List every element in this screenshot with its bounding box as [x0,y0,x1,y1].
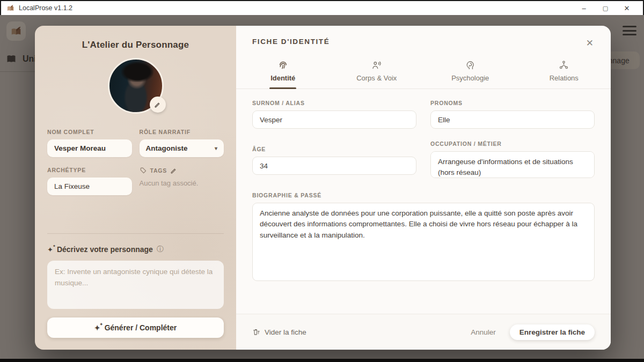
biography-label: BIOGRAPHIE & PASSÉ [252,192,595,198]
tab-psychologie[interactable]: Psychologie [423,56,517,88]
tag-icon [140,167,147,174]
workshop-divider [47,233,224,234]
tab-label: Relations [550,74,579,82]
sheet-title: FICHE D'IDENTITÉ [252,38,330,46]
generate-button[interactable]: ✦✦ Générer / Compléter [47,317,224,338]
full-name-field-group: NOM COMPLET [47,129,132,157]
alias-field-group: SURNOM / ALIAS [252,100,416,129]
archetype-input[interactable] [47,178,132,195]
age-field-group: ÂGE [252,146,416,175]
full-name-label: NOM COMPLET [47,129,132,135]
pronouns-field-group: PRONOMS [430,100,595,129]
clear-sheet-label: Vider la fiche [265,328,306,336]
occupation-label: OCCUPATION / MÉTIER [430,141,595,147]
workshop-panel: L'Atelier du Personnage NOM COMPLET RÔLE… [35,26,236,350]
narrative-role-field-group: RÔLE NARRATIF Antagoniste ▾ [140,129,224,157]
narrative-role-label: RÔLE NARRATIF [140,129,224,135]
alias-input[interactable] [252,110,416,129]
clear-sheet-button[interactable]: Vider la fiche [252,328,306,336]
window-titlebar: LocalProse v1.1.2 – ▢ ✕ [0,0,644,15]
person-voice-icon [371,60,382,71]
generate-button-label: Générer / Compléter [105,323,177,332]
identity-sheet-panel: FICHE D'IDENTITÉ ✕ Identité [236,26,611,350]
relations-network-icon [558,60,569,71]
close-window-button[interactable]: ✕ [616,1,638,15]
pronouns-input[interactable] [430,110,595,129]
minimize-button[interactable]: – [573,1,595,15]
maximize-button[interactable]: ▢ [595,1,616,15]
edit-tags-pencil-icon[interactable] [170,167,177,174]
tab-label: Psychologie [451,74,489,82]
archetype-label: ARCHÉTYPE [47,167,132,173]
workshop-title: L'Atelier du Personnage [47,40,224,50]
describe-label: Décrivez votre personnage [57,245,153,254]
sheet-footer: Vider la fiche Annuler Enregistrer la fi… [236,314,611,350]
occupation-field-group: OCCUPATION / MÉTIER Arrangeuse d'informa… [430,141,595,180]
fingerprint-icon [277,60,289,71]
sparkle-icon: ✦✦ [94,324,100,331]
sparkle-icon: ✦✦ [47,246,53,253]
app-logo-icon [6,4,14,12]
close-modal-button[interactable]: ✕ [585,38,595,49]
tab-label: Identité [270,74,295,82]
occupation-textarea[interactable]: Arrangeuse d'informations et de situatio… [430,151,595,178]
alias-label: SURNOM / ALIAS [252,100,416,106]
tab-label: Corps & Voix [356,74,397,82]
cancel-button[interactable]: Annuler [471,328,496,336]
save-sheet-button[interactable]: Enregistrer la fiche [510,324,595,340]
describe-textarea[interactable] [47,261,224,309]
edit-avatar-button[interactable] [150,97,166,113]
tags-field-group: TAGS Aucun tag associé. [140,167,224,195]
window-bottom-edge [0,359,644,362]
biography-textarea[interactable]: Ancienne analyste de données pour une co… [252,203,595,281]
window-title: LocalProse v1.1.2 [19,4,72,12]
archetype-field-group: ARCHÉTYPE [47,167,132,195]
age-label: ÂGE [252,146,416,152]
biography-field-group: BIOGRAPHIE & PASSÉ Ancienne analyste de … [252,192,595,283]
psychology-head-icon [465,60,476,71]
tags-empty-text: Aucun tag associé. [140,179,224,187]
character-workshop-modal: L'Atelier du Personnage NOM COMPLET RÔLE… [35,26,611,350]
tab-relations[interactable]: Relations [517,56,611,88]
chevron-down-icon: ▾ [215,145,217,151]
tab-identite[interactable]: Identité [236,56,330,88]
full-name-input[interactable] [47,139,132,157]
sheet-tabs: Identité Corps & Voix Psychologie [236,56,611,89]
narrative-role-select[interactable]: Antagoniste ▾ [140,139,224,157]
info-icon: ⓘ [157,245,164,254]
pronouns-label: PRONOMS [430,100,595,106]
trash-clear-icon [252,328,260,336]
pencil-icon [154,101,161,108]
narrative-role-value: Antagoniste [146,144,188,152]
age-input[interactable] [252,157,416,175]
tab-corps-voix[interactable]: Corps & Voix [330,56,424,88]
tags-label: TAGS [150,167,167,174]
